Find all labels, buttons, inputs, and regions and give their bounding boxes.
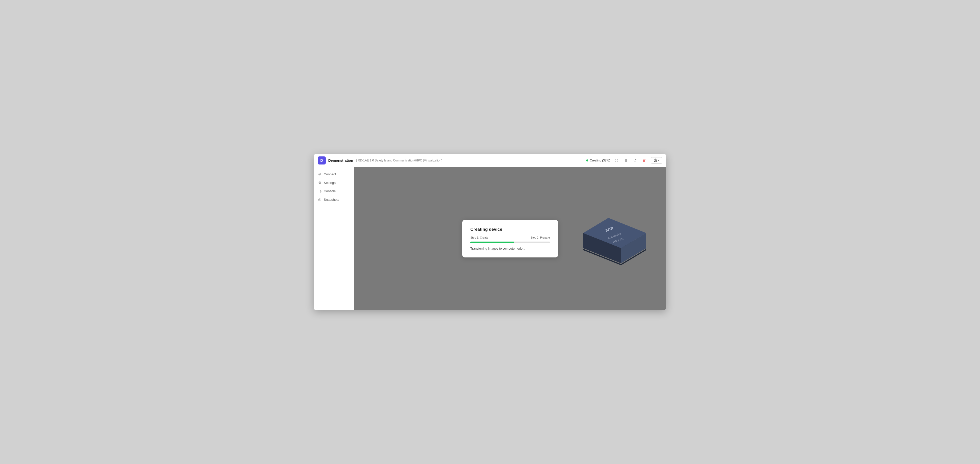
power-chevron-icon: ▾ xyxy=(658,159,660,162)
step2-label: Step 2: Prepare xyxy=(531,236,550,239)
snapshots-icon: ◎ xyxy=(318,197,322,202)
refresh-icon[interactable]: ↺ xyxy=(632,157,638,164)
steps-labels: Step 1: Create Step 2: Prepare xyxy=(470,236,550,239)
sidebar-item-console[interactable]: _$ Console xyxy=(313,187,354,195)
avatar-letter: D xyxy=(320,158,323,162)
titlebar-right: Creating (37%) ⬡ ⏸ ↺ 🗑 ⏻ ▾ xyxy=(586,157,662,164)
dialog-title: Creating device xyxy=(470,227,550,232)
power-icon: ⏻ xyxy=(654,159,657,162)
device-name: Demonstration xyxy=(328,159,353,162)
pause-icon[interactable]: ⏸ xyxy=(623,157,629,164)
titlebar: D Demonstration | RD-1AE 1.0 Safety Isla… xyxy=(313,154,667,167)
device-avatar: D xyxy=(318,156,326,164)
main-area: ⊗ Connect ⚙ Settings _$ Console ◎ Snapsh… xyxy=(313,167,667,310)
sidebar-item-settings[interactable]: ⚙ Settings xyxy=(313,179,354,187)
progress-bar-fill xyxy=(470,242,514,243)
status-text: Creating (37%) xyxy=(590,159,610,162)
content-area: Creating device Step 1: Create Step 2: P… xyxy=(354,167,667,310)
sidebar-label-connect: Connect xyxy=(324,172,336,176)
status-dot xyxy=(586,159,588,162)
progress-bar-track xyxy=(470,242,550,243)
sidebar-label-console: Console xyxy=(324,189,336,193)
step1-label: Step 1: Create xyxy=(470,236,488,239)
titlebar-meta: | RD-1AE 1.0 Safety Island Communication… xyxy=(356,159,442,162)
external-link-icon[interactable]: ⬡ xyxy=(614,157,619,164)
sidebar: ⊗ Connect ⚙ Settings _$ Console ◎ Snapsh… xyxy=(313,167,354,310)
settings-icon: ⚙ xyxy=(318,181,322,184)
chip-illustration: arm Automotive RD-1 AE xyxy=(571,208,646,269)
connect-icon: ⊗ xyxy=(318,172,322,176)
titlebar-left: D Demonstration | RD-1AE 1.0 Safety Isla… xyxy=(318,156,586,164)
sidebar-item-connect[interactable]: ⊗ Connect xyxy=(313,170,354,178)
app-window: D Demonstration | RD-1AE 1.0 Safety Isla… xyxy=(313,154,667,310)
console-icon: _$ xyxy=(318,189,322,193)
sidebar-item-snapshots[interactable]: ◎ Snapshots xyxy=(313,195,354,203)
power-button[interactable]: ⏻ ▾ xyxy=(651,157,662,164)
sidebar-label-snapshots: Snapshots xyxy=(324,198,339,202)
delete-icon[interactable]: 🗑 xyxy=(641,157,647,164)
creating-device-dialog: Creating device Step 1: Create Step 2: P… xyxy=(462,220,558,257)
sidebar-label-settings: Settings xyxy=(324,181,336,184)
dialog-status-message: Transferring images to compute node... xyxy=(470,247,550,250)
status-badge: Creating (37%) xyxy=(586,159,610,162)
